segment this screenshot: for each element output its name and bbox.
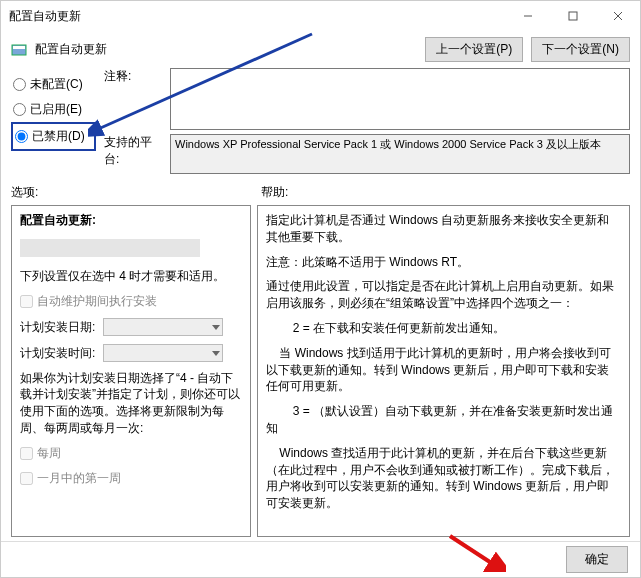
- prev-setting-button[interactable]: 上一个设置(P): [425, 37, 523, 62]
- radio-not-configured[interactable]: 未配置(C): [11, 72, 96, 97]
- svg-marker-6: [212, 325, 220, 330]
- cb-maintenance-input[interactable]: [20, 295, 33, 308]
- config-grid: 未配置(C) 已启用(E) 已禁用(D) 注释: 支持的平台: Windows …: [1, 68, 640, 180]
- header-row: 配置自动更新 上一个设置(P) 下一个设置(N): [1, 31, 640, 68]
- titlebar: 配置自动更新: [1, 1, 640, 31]
- help-p1: 指定此计算机是否通过 Windows 自动更新服务来接收安全更新和其他重要下载。: [266, 212, 621, 246]
- policy-icon: [11, 42, 27, 58]
- radio-not-configured-input[interactable]: [13, 78, 26, 91]
- cb-month-first[interactable]: 一月中的第一周: [20, 470, 242, 487]
- radio-disabled[interactable]: 已禁用(D): [11, 122, 96, 151]
- help-p3: 通过使用此设置，可以指定是否在此计算机上启用自动更新。如果启用该服务，则必须在“…: [266, 278, 621, 312]
- supported-platform-box: Windows XP Professional Service Pack 1 或…: [170, 134, 630, 174]
- cb-weekly-input[interactable]: [20, 447, 33, 460]
- footer: 确定: [1, 541, 640, 577]
- radio-disabled-label: 已禁用(D): [32, 128, 85, 145]
- radio-enabled-label: 已启用(E): [30, 101, 82, 118]
- radio-enabled[interactable]: 已启用(E): [11, 97, 96, 122]
- help-p2: 注意：此策略不适用于 Windows RT。: [266, 254, 621, 271]
- help-opt2: 2 = 在下载和安装任何更新前发出通知。: [266, 320, 621, 337]
- options-pane[interactable]: 配置自动更新: 下列设置仅在选中 4 时才需要和适用。 自动维护期间执行安装 计…: [11, 205, 251, 537]
- help-opt3: 3 = （默认设置）自动下载更新，并在准备安装更新时发出通知: [266, 403, 621, 437]
- state-radio-group: 未配置(C) 已启用(E) 已禁用(D): [11, 68, 96, 174]
- comment-label: 注释:: [104, 68, 164, 85]
- svg-rect-1: [569, 12, 577, 20]
- close-button[interactable]: [595, 1, 640, 31]
- options-note: 下列设置仅在选中 4 时才需要和适用。: [20, 268, 242, 285]
- window-title: 配置自动更新: [9, 8, 505, 25]
- install-time-label: 计划安装时间:: [20, 346, 95, 360]
- section-headers: 选项: 帮助:: [1, 180, 640, 203]
- platform-label: 支持的平台:: [104, 134, 164, 168]
- options-para1: 如果你为计划安装日期选择了“4 - 自动下载并计划安装”并指定了计划，则你还可以…: [20, 370, 242, 437]
- cb-weekly[interactable]: 每周: [20, 445, 242, 462]
- install-time-combo[interactable]: [103, 344, 223, 362]
- ok-button[interactable]: 确定: [566, 546, 628, 573]
- comment-textarea[interactable]: [170, 68, 630, 130]
- cb-weekly-label: 每周: [37, 445, 61, 462]
- svg-marker-7: [212, 351, 220, 356]
- help-pane[interactable]: 指定此计算机是否通过 Windows 自动更新服务来接收安全更新和其他重要下载。…: [257, 205, 630, 537]
- cb-month-first-input[interactable]: [20, 472, 33, 485]
- svg-rect-5: [13, 46, 25, 49]
- help-header: 帮助:: [261, 184, 288, 201]
- radio-not-configured-label: 未配置(C): [30, 76, 83, 93]
- install-day-label: 计划安装日期:: [20, 320, 95, 334]
- cb-maintenance-label: 自动维护期间执行安装: [37, 293, 157, 310]
- help-opt3desc: Windows 查找适用于此计算机的更新，并在后台下载这些更新（在此过程中，用户…: [266, 445, 621, 512]
- options-title: 配置自动更新:: [20, 212, 242, 229]
- configure-update-combo[interactable]: [20, 239, 200, 257]
- cb-month-first-label: 一月中的第一周: [37, 470, 121, 487]
- minimize-button[interactable]: [505, 1, 550, 31]
- options-header: 选项:: [11, 184, 261, 201]
- radio-disabled-input[interactable]: [15, 130, 28, 143]
- help-opt2desc: 当 Windows 找到适用于此计算机的更新时，用户将会接收到可以下载更新的通知…: [266, 345, 621, 395]
- install-day-combo[interactable]: [103, 318, 223, 336]
- maximize-button[interactable]: [550, 1, 595, 31]
- page-title: 配置自动更新: [35, 41, 417, 58]
- next-setting-button[interactable]: 下一个设置(N): [531, 37, 630, 62]
- radio-enabled-input[interactable]: [13, 103, 26, 116]
- cb-maintenance[interactable]: 自动维护期间执行安装: [20, 293, 242, 310]
- panes: 配置自动更新: 下列设置仅在选中 4 时才需要和适用。 自动维护期间执行安装 计…: [1, 203, 640, 541]
